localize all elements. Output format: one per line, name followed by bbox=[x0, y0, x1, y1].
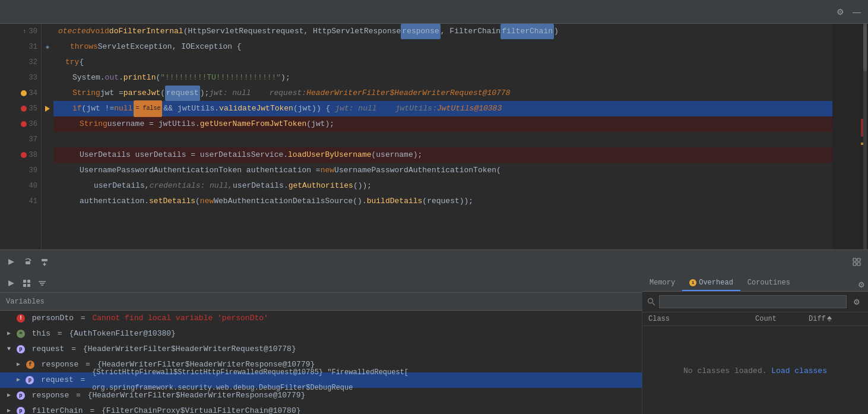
var-icon-eq: = bbox=[17, 330, 25, 338]
memory-settings-button[interactable]: ⚙ bbox=[855, 278, 868, 291]
minimap bbox=[832, 24, 868, 249]
memory-search-bar: ⚙ bbox=[642, 292, 868, 312]
code-line-40: userDetails, credentials: null, userDeta… bbox=[53, 178, 832, 194]
code-line-41: authentication. setDetails ( new WebAuth… bbox=[53, 194, 832, 209]
variables-panel: Variables ▶ ! personDto = Cannot find lo… bbox=[0, 274, 642, 414]
svg-marker-21 bbox=[827, 319, 832, 322]
var-icon-p: p bbox=[17, 345, 25, 353]
svg-marker-20 bbox=[827, 316, 832, 319]
var-toolbar bbox=[0, 274, 642, 293]
svg-rect-6 bbox=[853, 258, 856, 261]
line-37: 37 bbox=[0, 132, 41, 147]
svg-rect-13 bbox=[23, 284, 26, 287]
line-30: ↑ 30 bbox=[0, 24, 41, 39]
line-36: 36 bbox=[0, 116, 41, 132]
code-line-39: UsernamePasswordAuthenticationToken auth… bbox=[53, 163, 832, 178]
code-line-30: otected void doFilterInternal (HttpServl… bbox=[53, 24, 832, 39]
error-icon: ! bbox=[17, 314, 25, 323]
tab-memory[interactable]: Memory bbox=[642, 276, 682, 291]
var-item-request-inner[interactable]: ▶ p request = {StrictHttpFirewall$Strict… bbox=[0, 372, 642, 388]
sort-icon bbox=[827, 316, 832, 322]
var-item-request-outer[interactable]: ▼ p request = {HeaderWriterFilter$Header… bbox=[0, 342, 642, 357]
svg-rect-2 bbox=[26, 261, 30, 264]
var-icon-p2: p bbox=[26, 376, 34, 384]
code-line-35: if (jwt != null = false && jwtUtils. val… bbox=[53, 101, 832, 116]
var-item-personDto[interactable]: ▶ ! personDto = Cannot find local variab… bbox=[0, 311, 642, 326]
svg-rect-3 bbox=[42, 259, 47, 261]
var-grid-btn[interactable] bbox=[20, 277, 33, 290]
memory-filter-settings[interactable]: ⚙ bbox=[850, 295, 863, 308]
var-icon-f: f bbox=[26, 361, 34, 369]
svg-marker-0 bbox=[8, 259, 14, 265]
svg-rect-9 bbox=[857, 263, 860, 266]
svg-rect-12 bbox=[27, 280, 30, 283]
code-content: otected void doFilterInternal (HttpServl… bbox=[53, 24, 832, 249]
var-item-this[interactable]: ▶ = this = {AuthTokenFilter@10380} bbox=[0, 326, 642, 342]
svg-rect-8 bbox=[853, 263, 856, 266]
overhead-icon: i bbox=[689, 279, 696, 286]
resume-button[interactable] bbox=[5, 255, 18, 268]
line-31: 31 bbox=[0, 39, 41, 55]
line-32: 32 bbox=[0, 55, 41, 70]
step-into-button[interactable] bbox=[38, 255, 51, 268]
line-35: 35 bbox=[0, 101, 41, 116]
code-editor: ↑ 30 31 32 33 34 35 36 bbox=[0, 24, 868, 249]
code-line-36: String username = jwtUtils. getUserNameF… bbox=[53, 116, 832, 132]
line-40: 40 bbox=[0, 178, 41, 194]
line-34: 34 bbox=[0, 86, 41, 101]
var-icon-p3: p bbox=[17, 391, 25, 400]
minimize-button[interactable]: — bbox=[850, 5, 863, 18]
memory-tabs: Memory i Overhead Coroutines ⚙ bbox=[642, 274, 868, 292]
var-item-filterChain[interactable]: ▶ p filterChain = {FilterChainProxy$Virt… bbox=[0, 403, 642, 414]
layout-button[interactable] bbox=[850, 255, 863, 268]
bottom-panel: Variables ▶ ! personDto = Cannot find lo… bbox=[0, 273, 868, 414]
memory-search-input[interactable] bbox=[659, 295, 847, 308]
top-toolbar: ⚙ — bbox=[0, 0, 868, 24]
settings-button[interactable]: ⚙ bbox=[834, 5, 847, 18]
code-line-33: System. out . println ( "!!!!!!!!!TU!!!!… bbox=[53, 70, 832, 86]
svg-marker-10 bbox=[8, 280, 14, 286]
tab-coroutines[interactable]: Coroutines bbox=[740, 276, 797, 291]
code-line-38: UserDetails userDetails = userDetailsSer… bbox=[53, 147, 832, 163]
svg-marker-5 bbox=[43, 264, 46, 266]
svg-rect-7 bbox=[857, 258, 860, 261]
var-filter-btn[interactable] bbox=[36, 277, 49, 290]
code-line-32: try { bbox=[53, 55, 832, 70]
step-over-button[interactable] bbox=[21, 255, 34, 268]
svg-point-18 bbox=[648, 299, 653, 304]
memory-panel: Memory i Overhead Coroutines ⚙ ⚙ Class bbox=[642, 274, 868, 414]
svg-line-19 bbox=[652, 303, 655, 305]
debug-toolbar bbox=[0, 249, 868, 273]
line-38: 38 bbox=[0, 147, 41, 163]
var-icon-p4: p bbox=[17, 407, 25, 414]
line-33: 33 bbox=[0, 70, 41, 86]
svg-rect-14 bbox=[27, 284, 30, 287]
load-classes-link[interactable]: Load classes bbox=[771, 366, 827, 375]
tab-overhead[interactable]: i Overhead bbox=[682, 276, 740, 291]
variables-header: Variables bbox=[0, 293, 642, 311]
gutter-35-arrow bbox=[42, 101, 53, 116]
memory-table-header: Class Count Diff bbox=[642, 312, 868, 326]
code-line-34: String jwt = parseJwt ( request ); jwt: … bbox=[53, 86, 832, 101]
svg-rect-11 bbox=[23, 280, 26, 283]
memory-empty-state: No classes loaded. Load classes bbox=[642, 326, 868, 414]
gutter-31: ◈ bbox=[42, 39, 53, 55]
line-39: 39 bbox=[0, 163, 41, 178]
search-icon bbox=[647, 298, 655, 306]
code-line-31: throws ServletException, IOException { bbox=[53, 39, 832, 55]
line-41: 41 bbox=[0, 194, 41, 209]
var-resume-btn[interactable] bbox=[5, 277, 18, 290]
code-line-37 bbox=[53, 132, 832, 147]
